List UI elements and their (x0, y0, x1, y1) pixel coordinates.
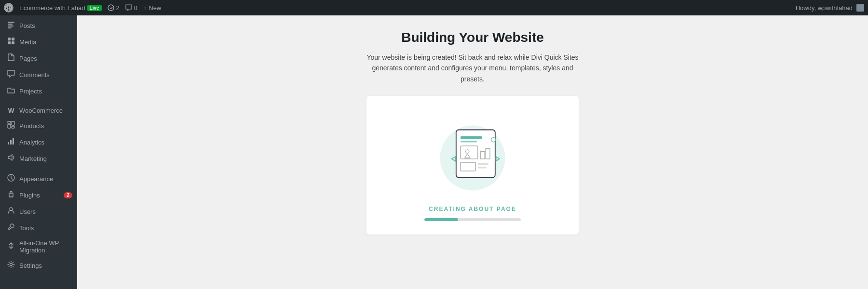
sidebar-tools-label: Tools (19, 224, 72, 232)
sidebar-item-plugins[interactable]: Plugins 2 (0, 187, 77, 203)
updates-count: 2 (116, 4, 120, 12)
sidebar-item-appearance[interactable]: Appearance (0, 171, 77, 187)
plugins-icon (7, 190, 15, 200)
sidebar-divider-1 (0, 99, 77, 103)
sidebar-media-label: Media (19, 39, 72, 46)
illustration (429, 110, 516, 197)
svg-rect-33 (478, 167, 487, 169)
site-name[interactable]: Ecommerce with Fahad Live (19, 4, 102, 12)
site-name-label: Ecommerce with Fahad (19, 4, 85, 12)
sidebar-item-posts[interactable]: Posts (0, 17, 77, 34)
howdy-text: Howdy, wpwithfahad (796, 4, 853, 12)
sidebar-projects-label: Projects (19, 88, 72, 95)
migration-icon (7, 242, 15, 251)
building-wrapper: Building Your Website Your website is be… (256, 30, 690, 235)
plugins-badge: 2 (64, 192, 72, 198)
svg-rect-7 (12, 38, 14, 40)
sidebar-item-settings[interactable]: Settings (0, 257, 77, 274)
svg-rect-15 (10, 140, 12, 144)
svg-rect-32 (478, 163, 489, 165)
svg-rect-11 (12, 121, 14, 125)
main-layout: Posts Media Pages Comments Projects (0, 15, 868, 289)
analytics-icon (7, 137, 15, 147)
sidebar-item-projects[interactable]: Projects (0, 83, 77, 99)
pages-icon (7, 53, 15, 63)
svg-rect-13 (8, 121, 11, 123)
user-avatar[interactable] (856, 4, 864, 12)
comments-count: 0 (134, 4, 137, 12)
sidebar: Posts Media Pages Comments Projects (0, 15, 77, 289)
sidebar-migration-label: All-in-One WP Migration (19, 239, 72, 254)
creating-label: CREATING ABOUT PAGE (429, 206, 516, 212)
sidebar-item-products[interactable]: Products (0, 118, 77, 134)
updates-item[interactable]: 2 (108, 4, 120, 12)
svg-point-19 (10, 208, 13, 210)
new-item[interactable]: + New (143, 4, 161, 12)
svg-rect-16 (13, 138, 14, 144)
sidebar-item-marketing[interactable]: Marketing (0, 150, 77, 167)
sidebar-pages-label: Pages (19, 55, 72, 62)
sidebar-woocommerce-label: WooCommerce (19, 107, 72, 114)
sidebar-analytics-label: Analytics (19, 139, 72, 146)
svg-rect-6 (8, 38, 11, 40)
page-title: Building Your Website (401, 30, 544, 45)
svg-rect-4 (8, 26, 14, 26)
projects-icon (7, 86, 15, 96)
sidebar-divider-2 (0, 167, 77, 171)
wp-logo-icon[interactable] (4, 3, 14, 13)
svg-rect-8 (8, 41, 11, 44)
sidebar-item-pages[interactable]: Pages (0, 50, 77, 66)
woocommerce-icon: W (7, 106, 15, 114)
sidebar-users-label: Users (19, 208, 72, 215)
sidebar-appearance-label: Appearance (19, 175, 72, 183)
svg-rect-12 (12, 126, 14, 128)
sidebar-comments-label: Comments (19, 71, 72, 79)
marketing-icon (7, 154, 15, 163)
comments-icon (7, 70, 15, 79)
live-badge: Live (87, 5, 102, 11)
comments-item[interactable]: 0 (125, 4, 137, 12)
tools-icon (7, 223, 15, 233)
sidebar-marketing-label: Marketing (19, 155, 72, 162)
building-card: CREATING ABOUT PAGE (366, 96, 579, 235)
svg-rect-10 (8, 124, 11, 128)
posts-icon (7, 21, 15, 30)
svg-rect-5 (8, 27, 12, 28)
new-label: + New (143, 4, 161, 12)
svg-rect-2 (8, 22, 14, 23)
svg-rect-23 (461, 136, 482, 139)
svg-rect-3 (8, 24, 13, 25)
sidebar-settings-label: Settings (19, 262, 72, 269)
admin-bar: Ecommerce with Fahad Live 2 0 + New Howd… (0, 0, 868, 15)
sidebar-plugins-label: Plugins (19, 192, 60, 199)
media-icon (7, 37, 15, 47)
svg-point-1 (108, 5, 114, 11)
appearance-icon (7, 174, 15, 184)
products-icon (7, 121, 15, 131)
sidebar-item-woocommerce[interactable]: W WooCommerce (0, 103, 77, 118)
svg-rect-9 (12, 41, 14, 44)
sidebar-item-media[interactable]: Media (0, 34, 77, 50)
sidebar-posts-label: Posts (19, 22, 72, 29)
svg-point-36 (491, 138, 496, 142)
admin-bar-right: Howdy, wpwithfahad (796, 4, 864, 12)
sidebar-item-analytics[interactable]: Analytics (0, 134, 77, 150)
svg-rect-18 (9, 193, 13, 197)
svg-rect-14 (8, 142, 9, 144)
page-subtitle: Your website is being created! Sit back … (366, 52, 578, 84)
svg-point-20 (10, 263, 13, 266)
main-content: Building Your Website Your website is be… (77, 15, 868, 289)
sidebar-item-aio-migration[interactable]: All-in-One WP Migration (0, 236, 77, 257)
progress-bar-track (424, 218, 521, 221)
sidebar-products-label: Products (19, 122, 72, 130)
sidebar-item-tools[interactable]: Tools (0, 220, 77, 236)
sidebar-item-comments[interactable]: Comments (0, 66, 77, 83)
progress-bar-fill (424, 218, 458, 221)
sidebar-item-users[interactable]: Users (0, 203, 77, 220)
svg-rect-24 (461, 141, 477, 143)
users-icon (7, 207, 15, 216)
settings-icon (7, 261, 15, 270)
